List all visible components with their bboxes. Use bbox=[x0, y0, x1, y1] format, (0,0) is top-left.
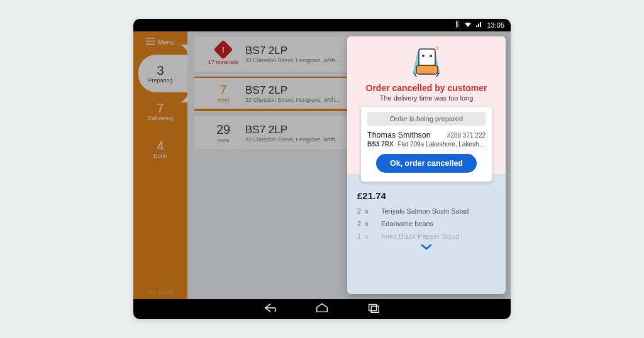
order-detail-panel: Order cancelled by customer The delivery… bbox=[347, 36, 506, 294]
svg-point-4 bbox=[430, 55, 432, 57]
svg-rect-7 bbox=[369, 305, 377, 311]
android-status-bar: 13:05 bbox=[133, 19, 511, 31]
app-screen: Menu 3 Preparing 7 Delivering 4 Done Ver… bbox=[133, 31, 511, 299]
item-name: Fried Black Pepper Squid bbox=[381, 232, 460, 240]
tablet-frame: 13:05 Menu 3 Preparing 7 Delivering bbox=[133, 19, 511, 319]
order-id: #288 371 222 bbox=[447, 132, 486, 139]
ok-cancel-button[interactable]: Ok, order cancelled bbox=[376, 154, 477, 173]
cancel-title: Order cancelled by customer bbox=[355, 83, 498, 93]
order-total: £21.74 bbox=[357, 190, 496, 201]
cancelled-illustration-icon bbox=[408, 45, 445, 79]
customer-postcode: BS3 7RX bbox=[367, 141, 394, 148]
expand-items-button[interactable] bbox=[357, 243, 496, 253]
recent-apps-icon[interactable] bbox=[367, 302, 380, 316]
home-icon[interactable] bbox=[315, 302, 329, 316]
order-item-row: 1 x Fried Black Pepper Squid bbox=[357, 232, 496, 240]
wifi-icon bbox=[464, 21, 472, 30]
chevron-down-icon bbox=[420, 245, 433, 253]
customer-name: Thomas Smithson bbox=[367, 131, 431, 139]
order-items: £21.74 2 x Teriyaki Salmon Sushi Salad 2… bbox=[347, 174, 506, 256]
bluetooth-icon bbox=[453, 21, 460, 30]
svg-rect-1 bbox=[419, 49, 435, 65]
clock-text: 13:05 bbox=[487, 21, 504, 29]
order-status-pill: Order is being prepared bbox=[367, 112, 486, 126]
item-name: Edamame beans bbox=[381, 220, 433, 227]
order-summary-card: Order is being prepared Thomas Smithson … bbox=[361, 107, 492, 182]
order-item-row: 2 x Edamame beans bbox=[357, 220, 496, 227]
android-nav-bar bbox=[133, 299, 511, 319]
order-item-row: 2 x Teriyaki Salmon Sushi Salad bbox=[357, 207, 496, 215]
signal-icon bbox=[475, 21, 483, 30]
svg-rect-2 bbox=[416, 65, 438, 74]
back-icon[interactable] bbox=[264, 302, 277, 316]
cancel-subtitle: The delivery time was too long bbox=[355, 94, 498, 102]
svg-rect-8 bbox=[371, 306, 379, 312]
svg-point-3 bbox=[422, 55, 425, 57]
customer-address: Flat 209a Lakeshore, Lakeshore… bbox=[397, 141, 486, 148]
item-name: Teriyaki Salmon Sushi Salad bbox=[381, 207, 469, 215]
